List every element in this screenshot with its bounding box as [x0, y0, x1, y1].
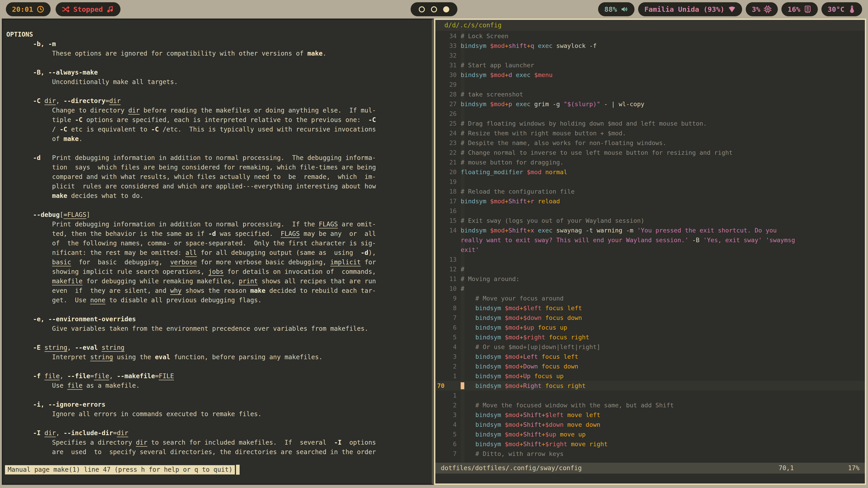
- man-page-line: of make.: [6, 134, 432, 144]
- man-page-line: are used to specify several directories,…: [6, 447, 432, 457]
- code-text: #: [461, 284, 464, 293]
- terminal-window[interactable]: OPTIONS -b, -m These options are ignored…: [2, 19, 434, 485]
- volume-label: 88%: [604, 5, 617, 13]
- man-page-line: [6, 87, 432, 96]
- man-page-line: Interpret string using the eval function…: [6, 352, 432, 362]
- workspace-dot-3-active[interactable]: [443, 6, 450, 12]
- buffer-line: 26: [435, 109, 865, 119]
- code-text: # Move the focused window with the same,…: [461, 400, 674, 410]
- code-text: #: [461, 264, 464, 274]
- man-page-line: basic for basic debugging, verbose for m…: [6, 258, 432, 267]
- editor-window[interactable]: d/d/.c/s/config 34# Lock Screen33bindsym…: [434, 19, 866, 485]
- line-number: 2: [435, 400, 461, 410]
- code-text: bindsym $mod+Shift+r reload: [461, 196, 560, 206]
- man-page-line: [6, 144, 432, 153]
- man-page-line: make decides what to do.: [6, 191, 432, 201]
- workspaces-pill[interactable]: [411, 2, 458, 16]
- volume-icon: [620, 5, 628, 13]
- code-text: bindsym $mod+Shift+$up move up: [461, 429, 586, 439]
- man-page-line: Give variables taken from the environmen…: [6, 324, 432, 333]
- man-page-line: makefile for debugging while remaking ma…: [6, 276, 432, 286]
- line-number: 3: [435, 352, 461, 361]
- editor-statusline: dotfiles/dotfiles/.config/sway/config 70…: [435, 463, 865, 474]
- buffer-line: exit': [435, 245, 865, 255]
- workspace-dot-1-inactive[interactable]: [419, 6, 425, 12]
- line-number: 15: [435, 216, 461, 225]
- line-number: 11: [435, 274, 461, 284]
- man-page-line: ted, then the behavior is the same as if…: [6, 229, 432, 238]
- editor-buffer[interactable]: 34# Lock Screen33bindsym $mod+shift+q ex…: [435, 31, 865, 463]
- line-number: [435, 245, 461, 255]
- buffer-line: 1 bindsym $mod+Up focus up: [435, 371, 865, 381]
- wifi-icon: [728, 5, 736, 13]
- topbar-left-group: 20:01 Stopped: [6, 2, 121, 16]
- buffer-line: 30bindsym $mod+d exec $menu: [435, 70, 865, 80]
- code-text: bindsym $mod+Left focus left: [461, 352, 578, 361]
- topbar-right-group: 88%Familia Unida (93%)3%16%30°C: [598, 2, 862, 16]
- line-number: 29: [435, 80, 461, 90]
- clock-label: 20:01: [12, 5, 33, 13]
- man-page-line: [6, 362, 432, 371]
- buffer-line: 13: [435, 255, 865, 264]
- memory-pill[interactable]: 16%: [781, 2, 818, 16]
- line-number: 4: [435, 420, 461, 429]
- code-text: exit': [461, 245, 479, 255]
- clock-pill[interactable]: 20:01: [6, 2, 51, 16]
- cpu-icon: [764, 5, 772, 13]
- code-text: # take screenshot: [461, 90, 523, 99]
- wifi-pill[interactable]: Familia Unida (93%): [638, 2, 742, 16]
- line-number: 2: [435, 361, 461, 371]
- code-text: bindsym $mod+$down focus down: [461, 313, 582, 323]
- line-number: [435, 235, 461, 245]
- man-page-line: --debug[=FLAGS]: [6, 210, 432, 220]
- temperature-pill[interactable]: 30°C: [822, 2, 862, 16]
- line-number: 17: [435, 196, 461, 206]
- code-text: # Change normal to inverse to use left m…: [461, 148, 733, 158]
- line-number: 24: [435, 128, 461, 138]
- man-page-line: Ignore all errors in commands executed t…: [6, 410, 432, 419]
- code-text: # Or use $mod+[up|down|left|right]: [461, 342, 600, 352]
- line-number: 25: [435, 119, 461, 128]
- code-text: # Drag floating windows by holding down …: [461, 119, 707, 128]
- memory-label: 16%: [787, 5, 800, 13]
- man-page-line: even if they are silent, and why shows t…: [6, 286, 432, 295]
- line-number: 7: [435, 313, 461, 323]
- line-number: 8: [435, 303, 461, 313]
- man-page-line: -i, --ignore-errors: [6, 400, 432, 410]
- code-text: bindsym $mod+$left focus left: [461, 303, 582, 313]
- line-number: 31: [435, 60, 461, 70]
- music-note-icon: [106, 5, 114, 13]
- code-text: floating_modifier $mod normal: [461, 167, 567, 177]
- buffer-line: 25# Drag floating windows by holding dow…: [435, 119, 865, 128]
- line-number: 18: [435, 187, 461, 196]
- man-page-line: -f file, --file=file, --makefile=FILE: [6, 371, 432, 381]
- line-number: 26: [435, 109, 461, 119]
- man-page-line: -B, --always-make: [6, 68, 432, 77]
- man-page-line: [6, 419, 432, 428]
- buffer-line: 1: [435, 391, 865, 400]
- line-number: 12: [435, 264, 461, 274]
- man-page-line: -e, --environment-overrides: [6, 315, 432, 324]
- code-text: bindsym $mod+Down focus down: [461, 361, 578, 371]
- man-page-line: Specifies a directory dir to search for …: [6, 438, 432, 447]
- line-number: 33: [435, 41, 461, 51]
- buffer-line: 31# Start app launcher: [435, 60, 865, 70]
- buffer-line: 28# take screenshot: [435, 90, 865, 99]
- workspace-dot-2-inactive[interactable]: [431, 6, 437, 12]
- man-page-line: These options are ignored for compatibil…: [6, 49, 432, 58]
- man-page-line: [6, 201, 432, 210]
- volume-pill[interactable]: 88%: [598, 2, 634, 16]
- line-number: 70: [435, 381, 461, 391]
- buffer-line: 7 bindsym $mod+$down focus down: [435, 313, 865, 323]
- cpu-pill[interactable]: 3%: [746, 2, 778, 16]
- man-page-line: showing implicit rule search operations,…: [6, 267, 432, 276]
- terminal-cursor: [236, 465, 240, 475]
- line-number: 20: [435, 167, 461, 177]
- code-text: bindsym $mod+p exec grim -g "$(slurp)" -…: [461, 99, 645, 109]
- buffer-line: 14bindsym $mod+Shift+x exec swaynag -t w…: [435, 225, 865, 235]
- code-text: # Moving around:: [461, 274, 520, 284]
- buffer-line: 5 bindsym $mod+$right focus right: [435, 332, 865, 342]
- media-pill[interactable]: Stopped: [56, 2, 121, 16]
- man-page-line: -C dir, --directory=dir: [6, 96, 432, 106]
- code-text: bindsym $mod+Shift+$right move right: [461, 439, 608, 449]
